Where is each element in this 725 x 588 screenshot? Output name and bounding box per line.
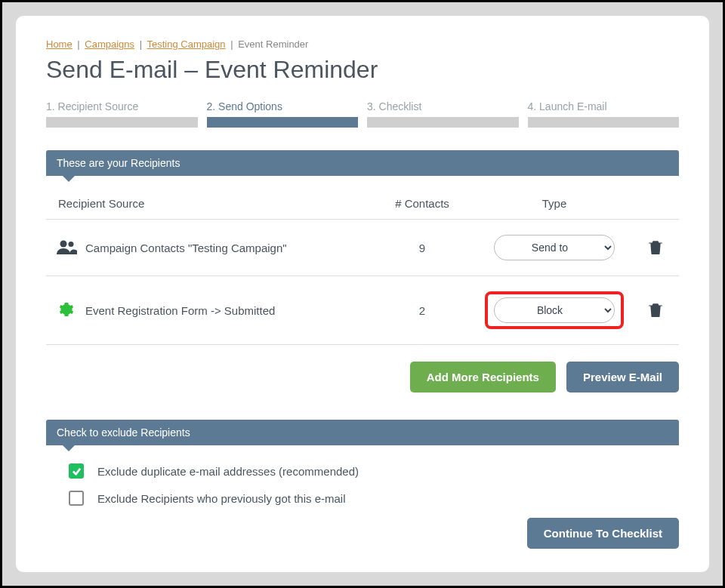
step-bar <box>528 117 680 128</box>
breadcrumb-sep: | <box>77 38 79 50</box>
breadcrumb-current: Event Reminder <box>238 38 308 50</box>
wizard-steps: 1. Recipient Source 2. Send Options 3. C… <box>46 100 679 128</box>
row-contacts: 2 <box>369 304 475 317</box>
people-icon <box>52 239 81 257</box>
delete-row-button[interactable] <box>646 236 665 260</box>
delete-row-button[interactable] <box>646 299 665 322</box>
exclude-previous-checkbox[interactable] <box>69 491 84 506</box>
type-select[interactable]: Send to <box>494 235 615 260</box>
breadcrumb-sep: | <box>230 38 233 50</box>
breadcrumb-sep: | <box>140 38 142 50</box>
step-launch-email[interactable]: 4. Launch E-mail <box>528 100 680 128</box>
breadcrumb-home[interactable]: Home <box>46 38 72 50</box>
breadcrumb-campaigns[interactable]: Campaigns <box>85 38 134 50</box>
trash-icon <box>649 308 662 319</box>
row-contacts: 9 <box>369 242 475 254</box>
col-header-type: Type <box>475 197 634 210</box>
table-row: Campaign Contacts "Testing Campaign" 9 S… <box>46 220 679 276</box>
col-header-source: Recipient Source <box>52 197 369 210</box>
svg-point-0 <box>60 240 67 247</box>
check-icon <box>72 466 82 476</box>
step-bar <box>367 117 519 128</box>
main-card: Home | Campaigns | Testing Campaign | Ev… <box>16 16 709 572</box>
exclude-previous-row: Exclude Recipients who previously got th… <box>69 491 656 506</box>
breadcrumb: Home | Campaigns | Testing Campaign | Ev… <box>46 38 679 50</box>
recipients-table: Recipient Source # Contacts Type Campaig… <box>46 197 679 345</box>
step-label: 4. Launch E-mail <box>528 100 680 112</box>
continue-to-checklist-button[interactable]: Continue To Checklist <box>527 518 679 549</box>
step-label: 1. Recipient Source <box>46 100 198 112</box>
recipients-button-row: Add More Recipients Preview E-Mail <box>46 362 679 393</box>
svg-point-1 <box>69 242 74 247</box>
breadcrumb-campaign[interactable]: Testing Campaign <box>147 38 226 50</box>
col-header-contacts: # Contacts <box>369 197 475 210</box>
page-title: Send E-mail – Event Reminder <box>46 56 679 84</box>
row-source: Event Registration Form -> Submitted <box>81 304 369 317</box>
bottom-button-row: Continue To Checklist <box>46 518 679 549</box>
table-header: Recipient Source # Contacts Type <box>46 197 679 220</box>
exclude-duplicates-row: Exclude duplicate e-mail addresses (reco… <box>69 463 656 479</box>
row-type: Block <box>475 291 634 329</box>
recipients-section-header: These are your Recipients <box>46 150 679 176</box>
table-row: Event Registration Form -> Submitted 2 B… <box>46 276 679 345</box>
trash-icon <box>649 245 662 257</box>
step-bar <box>207 117 359 128</box>
type-select[interactable]: Block <box>494 297 615 323</box>
exclude-section-header: Check to exclude Recipients <box>46 420 679 445</box>
row-source: Campaign Contacts "Testing Campaign" <box>81 242 369 254</box>
step-send-options[interactable]: 2. Send Options <box>207 100 359 128</box>
step-bar <box>46 117 198 128</box>
exclude-previous-label: Exclude Recipients who previously got th… <box>97 492 345 505</box>
step-label: 2. Send Options <box>207 100 359 112</box>
step-label: 3. Checklist <box>367 100 519 112</box>
exclude-duplicates-label: Exclude duplicate e-mail addresses (reco… <box>97 465 359 478</box>
gear-icon <box>52 303 81 319</box>
exclude-options: Exclude duplicate e-mail addresses (reco… <box>46 463 679 506</box>
add-more-recipients-button[interactable]: Add More Recipients <box>410 362 556 393</box>
step-recipient-source[interactable]: 1. Recipient Source <box>46 100 198 128</box>
row-type: Send to <box>475 235 634 260</box>
preview-email-button[interactable]: Preview E-Mail <box>566 362 679 393</box>
highlight-box: Block <box>485 291 624 329</box>
step-checklist[interactable]: 3. Checklist <box>367 100 519 128</box>
exclude-duplicates-checkbox[interactable] <box>69 463 84 479</box>
